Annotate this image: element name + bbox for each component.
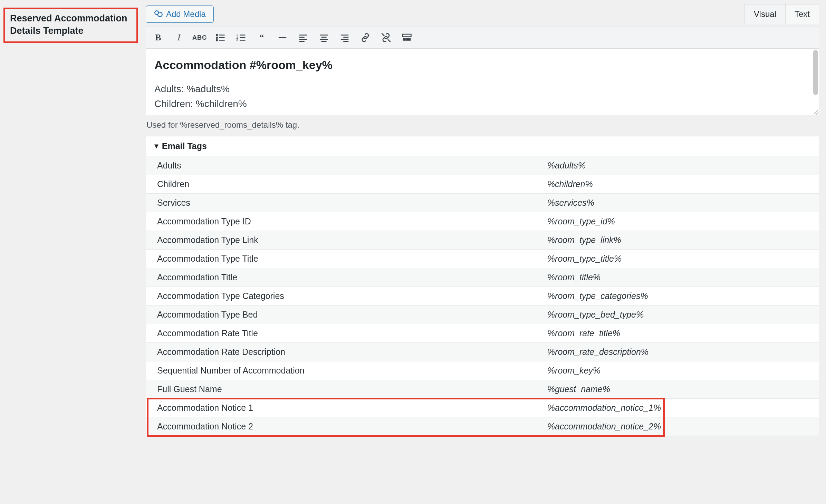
tag-value: %room_type_id%	[536, 212, 819, 231]
bullet-list-button[interactable]	[213, 30, 228, 45]
table-row: Accommodation Rate Title%room_rate_title…	[146, 324, 819, 343]
align-right-button[interactable]	[337, 30, 352, 45]
svg-point-1	[216, 35, 218, 36]
hr-button[interactable]	[275, 30, 290, 45]
svg-line-26	[382, 33, 385, 36]
tag-label: Sequential Number of Accommodation	[146, 361, 536, 380]
italic-button[interactable]: I	[172, 30, 186, 45]
svg-rect-30	[406, 39, 408, 40]
resize-handle-icon[interactable]	[812, 108, 818, 114]
svg-rect-31	[409, 39, 410, 40]
tag-label: Accommodation Notice 2	[146, 417, 536, 436]
table-row: Accommodation Notice 1%accommodation_not…	[146, 399, 819, 417]
add-media-label: Add Media	[166, 9, 206, 19]
table-row: Accommodation Type Title%room_type_title…	[146, 250, 819, 268]
table-row: Accommodation Type ID%room_type_id%	[146, 212, 819, 231]
tag-label: Accommodation Type Categories	[146, 287, 536, 306]
tag-label: Accommodation Type Title	[146, 250, 536, 268]
table-row: Accommodation Type Bed%room_type_bed_typ…	[146, 306, 819, 324]
editor-toolbar: B I ABC 123 “	[146, 27, 819, 49]
table-row: Full Guest Name%guest_name%	[146, 380, 819, 399]
email-tags-table: Adults%adults%Children%children%Services…	[146, 156, 819, 436]
tag-label: Services	[146, 194, 536, 212]
field-hint: Used for %reserved_rooms_details% tag.	[146, 115, 819, 136]
link-button[interactable]	[358, 30, 373, 45]
align-center-button[interactable]	[317, 30, 331, 45]
svg-line-27	[388, 39, 391, 42]
editor-line: Children: %children%	[154, 96, 810, 111]
tag-value: %room_type_link%	[536, 231, 819, 250]
editor-scrollbar[interactable]	[813, 50, 818, 95]
add-media-button[interactable]: Add Media	[146, 6, 214, 23]
editor-heading: Accommodation #%room_key%	[154, 58, 810, 72]
tag-value: %room_type_title%	[536, 250, 819, 268]
section-label: Reserved AccommodationDetails Template	[10, 12, 132, 37]
table-row: Accommodation Title%room_title%	[146, 268, 819, 287]
svg-text:3: 3	[236, 38, 238, 42]
tag-value: %accommodation_notice_2%	[536, 417, 819, 436]
chevron-down-icon: ▼	[153, 142, 160, 150]
svg-rect-28	[403, 34, 411, 37]
table-row: Sequential Number of Accommodation%room_…	[146, 361, 819, 380]
blockquote-button[interactable]: “	[254, 30, 269, 45]
align-left-button[interactable]	[296, 30, 310, 45]
tab-text[interactable]: Text	[785, 4, 819, 24]
table-row: Accommodation Type Link%room_type_link%	[146, 231, 819, 250]
svg-point-5	[216, 40, 218, 41]
accordion-toggle[interactable]: ▼ Email Tags	[146, 136, 819, 156]
tag-value: %room_rate_title%	[536, 324, 819, 343]
editor-line: Adults: %adults%	[154, 81, 810, 96]
editor-tabs: Visual Text	[745, 4, 819, 24]
table-row: Accommodation Type Categories%room_type_…	[146, 287, 819, 306]
kitchen-sink-button[interactable]	[400, 30, 414, 45]
table-row: Adults%adults%	[146, 156, 819, 175]
tag-value: %accommodation_notice_1%	[536, 399, 819, 417]
tag-label: Accommodation Notice 1	[146, 399, 536, 417]
tab-visual[interactable]: Visual	[745, 4, 786, 24]
tag-value: %room_type_categories%	[536, 287, 819, 306]
strikethrough-button[interactable]: ABC	[192, 30, 207, 45]
email-tags-accordion: ▼ Email Tags Adults%adults%Children%chil…	[146, 136, 819, 436]
tag-value: %guest_name%	[536, 380, 819, 399]
table-row: Accommodation Rate Description%room_rate…	[146, 343, 819, 361]
number-list-button[interactable]: 123	[234, 30, 248, 45]
tag-label: Accommodation Type Link	[146, 231, 536, 250]
tag-label: Full Guest Name	[146, 380, 536, 399]
tag-value: %children%	[536, 175, 819, 194]
tag-label: Accommodation Type ID	[146, 212, 536, 231]
media-icon	[154, 10, 163, 19]
tag-value: %room_type_bed_type%	[536, 306, 819, 324]
svg-rect-29	[403, 39, 405, 40]
accordion-title: Email Tags	[162, 141, 207, 151]
tag-label: Adults	[146, 156, 536, 175]
table-row: Accommodation Notice 2%accommodation_not…	[146, 417, 819, 436]
tag-label: Children	[146, 175, 536, 194]
bold-button[interactable]: B	[151, 30, 165, 45]
unlink-button[interactable]	[379, 30, 393, 45]
tag-value: %adults%	[536, 156, 819, 175]
tag-label: Accommodation Title	[146, 268, 536, 287]
tag-value: %services%	[536, 194, 819, 212]
editor-content[interactable]: Accommodation #%room_key% Adults: %adult…	[146, 49, 819, 115]
section-label-highlight: Reserved AccommodationDetails Template	[3, 8, 138, 43]
tag-label: Accommodation Type Bed	[146, 306, 536, 324]
tag-value: %room_title%	[536, 268, 819, 287]
tag-label: Accommodation Rate Title	[146, 324, 536, 343]
tag-label: Accommodation Rate Description	[146, 343, 536, 361]
table-row: Children%children%	[146, 175, 819, 194]
tag-value: %room_rate_description%	[536, 343, 819, 361]
svg-point-3	[216, 37, 218, 38]
table-row: Services%services%	[146, 194, 819, 212]
tag-value: %room_key%	[536, 361, 819, 380]
